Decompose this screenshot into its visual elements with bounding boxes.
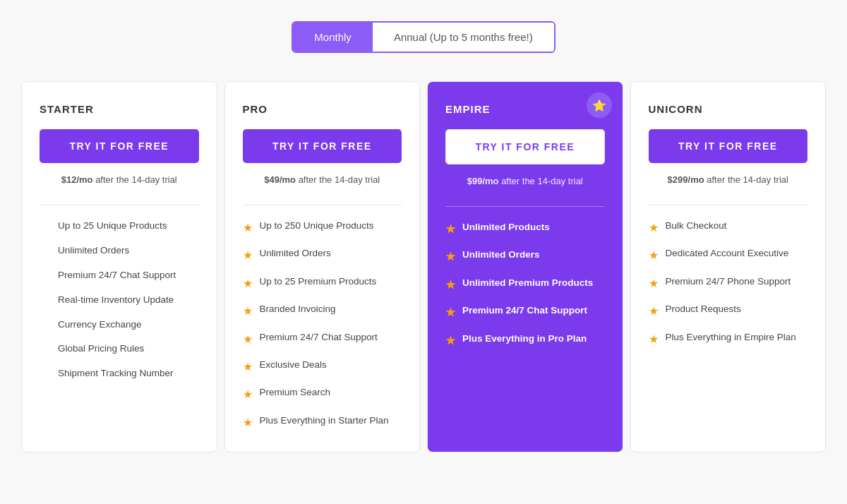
price-text: $299/mo after the 14-day trial (649, 174, 808, 185)
features-list: ★ Up to 250 Unique Products ★ Unlimited … (243, 220, 402, 431)
feature-text: Shipment Tracking Number (58, 367, 174, 380)
star-icon: ★ (649, 304, 659, 319)
feature-item: ★ Bulk Checkout (649, 220, 808, 236)
feature-item: ★ Product Requests (649, 303, 808, 319)
star-icon: ★ (243, 387, 253, 402)
price-text: $12/mo after the 14-day trial (40, 174, 199, 185)
feature-text: Plus Everything in Starter Plan (260, 414, 389, 428)
feature-item: ★ Plus Everything in Starter Plan (243, 414, 402, 431)
feature-item: Up to 25 Unique Products (40, 220, 199, 233)
plan-name: PRO (243, 103, 402, 115)
star-icon: ★ (649, 276, 659, 292)
feature-item: ★ Plus Everything in Pro Plan (445, 332, 605, 349)
feature-text: Exclusive Deals (260, 359, 327, 372)
feature-text: Unlimited Orders (260, 247, 331, 260)
cta-button-unicorn[interactable]: TRY IT FOR FREE (649, 129, 808, 163)
plan-card-pro: PRO TRY IT FOR FREE $49/mo after the 14-… (224, 81, 421, 452)
price-text: $49/mo after the 14-day trial (243, 174, 402, 185)
feature-text: Product Requests (666, 303, 741, 316)
star-icon: ★ (445, 249, 455, 265)
star-icon: ★ (445, 333, 455, 349)
feature-item: Global Pricing Rules (40, 342, 199, 356)
feature-item: ★ Exclusive Deals (243, 359, 402, 375)
feature-text: Unlimited Products (462, 221, 550, 234)
plans-container: STARTER TRY IT FOR FREE $12/mo after the… (21, 81, 826, 452)
cta-button-pro[interactable]: TRY IT FOR FREE (243, 129, 402, 163)
feature-item: Unlimited Orders (40, 244, 199, 258)
feature-text: Currency Exchange (58, 318, 142, 332)
plan-card-unicorn: UNICORN TRY IT FOR FREE $299/mo after th… (630, 81, 827, 452)
star-icon: ★ (649, 332, 659, 347)
cta-button-empire[interactable]: TRY IT FOR FREE (445, 129, 605, 164)
feature-text: Up to 250 Unique Products (260, 220, 374, 233)
billing-toggle: Monthly Annual (Up to 5 months free!) (292, 21, 555, 53)
plan-name: UNICORN (649, 103, 808, 115)
feature-text: Real-time Inventory Update (58, 294, 174, 307)
feature-item: ★ Unlimited Premium Products (445, 277, 605, 293)
feature-item: Real-time Inventory Update (40, 294, 199, 307)
feature-text: Premium 24/7 Chat Support (462, 304, 587, 318)
feature-item: ★ Branded Invoicing (243, 303, 402, 319)
feature-item: ★ Up to 25 Premium Products (243, 275, 402, 292)
price-text: $99/mo after the 14-day trial (445, 176, 605, 186)
feature-item: ★ Premium 24/7 Chat Support (445, 304, 605, 320)
feature-text: Plus Everything in Empire Plan (666, 331, 796, 344)
feature-text: Branded Invoicing (260, 303, 336, 316)
feature-text: Premium 24/7 Chat Support (260, 331, 378, 344)
star-icon: ★ (243, 304, 253, 319)
feature-text: Premium 24/7 Chat Support (58, 269, 176, 282)
feature-item: ★ Premium 24/7 Phone Support (649, 275, 808, 292)
divider (649, 205, 808, 205)
divider (445, 206, 605, 207)
star-icon: ★ (445, 222, 455, 237)
feature-text: Plus Everything in Pro Plan (462, 332, 587, 346)
feature-text: Unlimited Orders (462, 248, 540, 262)
star-icon: ★ (445, 305, 455, 320)
plan-card-starter: STARTER TRY IT FOR FREE $12/mo after the… (21, 81, 217, 452)
plan-card-empire: ⭐ EMPIRE TRY IT FOR FREE $99/mo after th… (427, 81, 623, 452)
feature-text: Bulk Checkout (666, 220, 727, 233)
feature-item: Currency Exchange (40, 318, 199, 332)
features-list: ★ Bulk Checkout ★ Dedicated Account Exec… (649, 220, 808, 347)
star-icon: ★ (243, 276, 253, 292)
feature-text: Dedicated Account Executive (666, 247, 789, 260)
plan-name: STARTER (40, 103, 199, 115)
feature-text: Up to 25 Unique Products (58, 220, 167, 233)
divider (243, 205, 402, 205)
feature-text: Premium 24/7 Phone Support (666, 275, 791, 289)
plan-name: EMPIRE (445, 103, 605, 115)
star-icon: ★ (243, 359, 253, 375)
star-icon: ★ (243, 248, 253, 263)
featured-star-badge: ⭐ (587, 92, 612, 118)
divider (40, 205, 199, 205)
feature-text: Premium Search (260, 386, 331, 400)
star-icon: ★ (445, 277, 455, 293)
feature-item: ★ Premium 24/7 Chat Support (243, 331, 402, 347)
feature-text: Unlimited Orders (58, 244, 129, 258)
feature-item: ★ Premium Search (243, 386, 402, 402)
feature-item: ★ Unlimited Products (445, 221, 605, 237)
cta-button-starter[interactable]: TRY IT FOR FREE (40, 129, 199, 163)
feature-item: Premium 24/7 Chat Support (40, 269, 199, 282)
features-list: ★ Unlimited Products ★ Unlimited Orders … (445, 221, 605, 349)
star-icon: ★ (243, 332, 253, 347)
feature-text: Global Pricing Rules (58, 342, 144, 356)
features-list: Up to 25 Unique Products Unlimited Order… (40, 220, 199, 380)
feature-item: ★ Dedicated Account Executive (649, 247, 808, 263)
monthly-toggle-button[interactable]: Monthly (293, 23, 373, 52)
star-icon: ★ (243, 220, 253, 236)
feature-item: Shipment Tracking Number (40, 367, 199, 380)
feature-item: ★ Unlimited Orders (445, 248, 605, 265)
feature-item: ★ Unlimited Orders (243, 247, 402, 263)
feature-text: Up to 25 Premium Products (260, 275, 377, 289)
star-icon: ★ (649, 220, 659, 236)
feature-item: ★ Plus Everything in Empire Plan (649, 331, 808, 347)
annual-toggle-button[interactable]: Annual (Up to 5 months free!) (373, 23, 554, 52)
feature-text: Unlimited Premium Products (462, 277, 593, 290)
star-icon: ★ (649, 248, 659, 263)
star-icon: ★ (243, 415, 253, 431)
feature-item: ★ Up to 250 Unique Products (243, 220, 402, 236)
